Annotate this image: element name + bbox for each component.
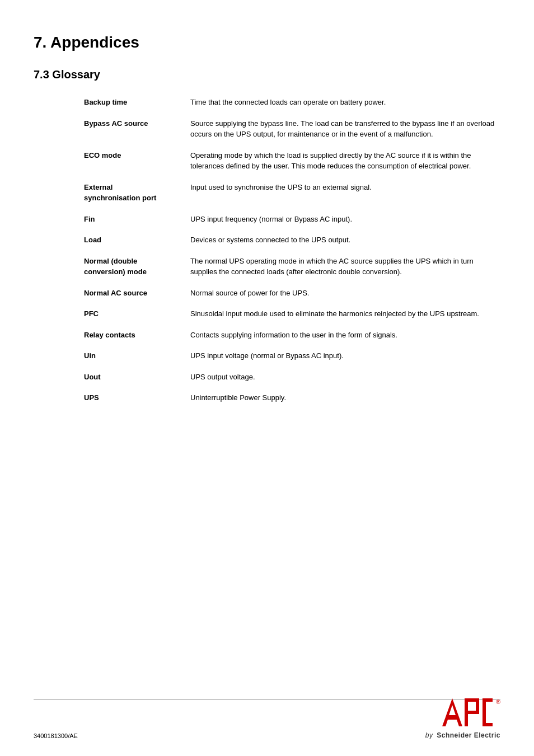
glossary-definition: UPS output voltage.: [190, 372, 500, 383]
glossary-definition: Contacts supplying information to the us…: [190, 330, 500, 341]
schneider-text: Schneider Electric: [437, 731, 500, 739]
by-text: by: [425, 731, 433, 739]
glossary-term: UPS: [84, 392, 190, 403]
glossary-term: PFC: [84, 308, 190, 320]
glossary-definition: UPS input voltage (normal or Bypass AC i…: [190, 350, 500, 361]
glossary-term: Fin: [84, 214, 190, 225]
glossary-definition: Time that the connected loads can operat…: [190, 97, 500, 108]
apc-logo: ® by Schneider Electric: [425, 698, 500, 739]
glossary-term: Uout: [84, 372, 190, 383]
svg-rect-3: [465, 698, 476, 702]
glossary-row: Bypass AC sourceSource supplying the byp…: [84, 118, 500, 140]
registered-mark: ®: [496, 698, 500, 705]
glossary-term: Normal AC source: [84, 288, 190, 299]
schneider-electric-text: by Schneider Electric: [425, 731, 500, 739]
page: 7. Appendices 7.3 Glossary Backup timeTi…: [0, 0, 534, 756]
glossary-definition: The normal UPS operating mode in which t…: [190, 256, 500, 278]
svg-rect-8: [483, 698, 486, 726]
glossary-row: Normal AC sourceNormal source of power f…: [84, 288, 500, 299]
svg-rect-4: [465, 711, 476, 714]
glossary-definition: Source supplying the bypass line. The lo…: [190, 118, 500, 140]
glossary-term: Normal (doubleconversion) mode: [84, 256, 190, 278]
glossary-row: ECO modeOperating mode by which the load…: [84, 150, 500, 172]
glossary-definition: Devices or systems connected to the UPS …: [190, 234, 500, 246]
glossary-term: Backup time: [84, 97, 190, 108]
glossary-term: ECO mode: [84, 150, 190, 161]
glossary-term: Externalsynchronisation port: [84, 182, 190, 204]
glossary-term: Uin: [84, 350, 190, 361]
glossary-definition: Operating mode by which the load is supp…: [190, 150, 500, 172]
glossary-row: Externalsynchronisation portInput used t…: [84, 182, 500, 204]
glossary-definition: Input used to synchronise the UPS to an …: [190, 182, 500, 193]
glossary-row: LoadDevices or systems connected to the …: [84, 234, 500, 246]
glossary-row: Relay contactsContacts supplying informa…: [84, 330, 500, 341]
glossary-row: UinUPS input voltage (normal or Bypass A…: [84, 350, 500, 361]
glossary-row: Backup timeTime that the connected loads…: [84, 97, 500, 108]
glossary-row: PFCSinusoidal input module used to elimi…: [84, 308, 500, 320]
footer: 3400181300/AE ®: [34, 698, 500, 739]
glossary-container: Backup timeTime that the connected loads…: [84, 97, 500, 403]
glossary-term: Relay contacts: [84, 330, 190, 341]
glossary-definition: UPS input frequency (normal or Bypass AC…: [190, 214, 500, 225]
apc-logo-svg: [442, 698, 493, 729]
chapter-title: 7. Appendices: [34, 34, 500, 51]
glossary-row: UoutUPS output voltage.: [84, 372, 500, 383]
glossary-definition: Normal source of power for the UPS.: [190, 288, 500, 299]
section-title: 7.3 Glossary: [34, 68, 500, 81]
svg-rect-5: [476, 698, 479, 714]
glossary-definition: Sinusoidal input module used to eliminat…: [190, 308, 500, 320]
glossary-term: Bypass AC source: [84, 118, 190, 129]
glossary-row: Normal (doubleconversion) modeThe normal…: [84, 256, 500, 278]
glossary-row: UPSUninterruptible Power Supply.: [84, 392, 500, 403]
footer-reference: 3400181300/AE: [34, 732, 78, 739]
glossary-row: FinUPS input frequency (normal or Bypass…: [84, 214, 500, 225]
glossary-term: Load: [84, 234, 190, 246]
apc-logo-mark: ®: [442, 698, 500, 731]
glossary-definition: Uninterruptible Power Supply.: [190, 392, 500, 403]
